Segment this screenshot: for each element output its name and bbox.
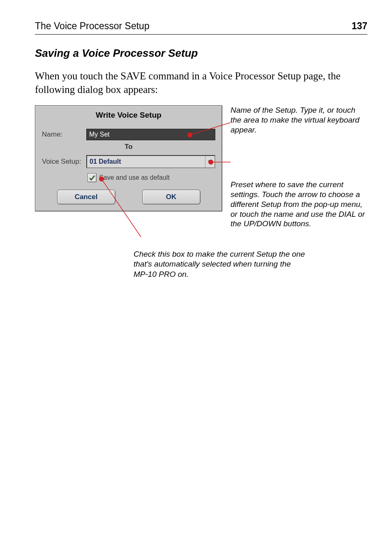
header-rule [35, 34, 367, 35]
annotation-preset: Preset where to save the current setting… [231, 180, 367, 229]
voice-setup-dropdown[interactable]: 01 Default [86, 155, 215, 168]
voice-setup-label: Voice Setup: [42, 158, 86, 166]
chevron-down-icon[interactable] [205, 156, 214, 167]
voice-setup-value: 01 Default [87, 158, 205, 165]
page-header: The Voice Processor Setup 137 [35, 21, 367, 32]
annotation-name: Name of the Setup. Type it, or touch the… [231, 105, 367, 135]
svg-marker-0 [208, 160, 212, 163]
to-label: To [39, 143, 218, 151]
page-number: 137 [352, 21, 367, 32]
cancel-button[interactable]: Cancel [57, 190, 115, 204]
annotation-checkbox: Check this box to make the current Setup… [134, 249, 306, 279]
header-left: The Voice Processor Setup [35, 21, 150, 32]
ok-button[interactable]: OK [142, 190, 201, 204]
checkbox-label: Save and use as default [99, 174, 170, 181]
save-default-checkbox[interactable] [88, 173, 97, 182]
section-title: Saving a Voice Processor Setup [35, 47, 367, 60]
name-input[interactable]: My Set [86, 129, 215, 140]
write-voice-setup-dialog: Write Voice Setup Name: My Set To Voice … [35, 105, 222, 211]
name-label: Name: [42, 130, 86, 139]
dialog-title: Write Voice Setup [39, 111, 218, 120]
body-paragraph: When you touch the SAVE command in a Voi… [35, 70, 367, 96]
